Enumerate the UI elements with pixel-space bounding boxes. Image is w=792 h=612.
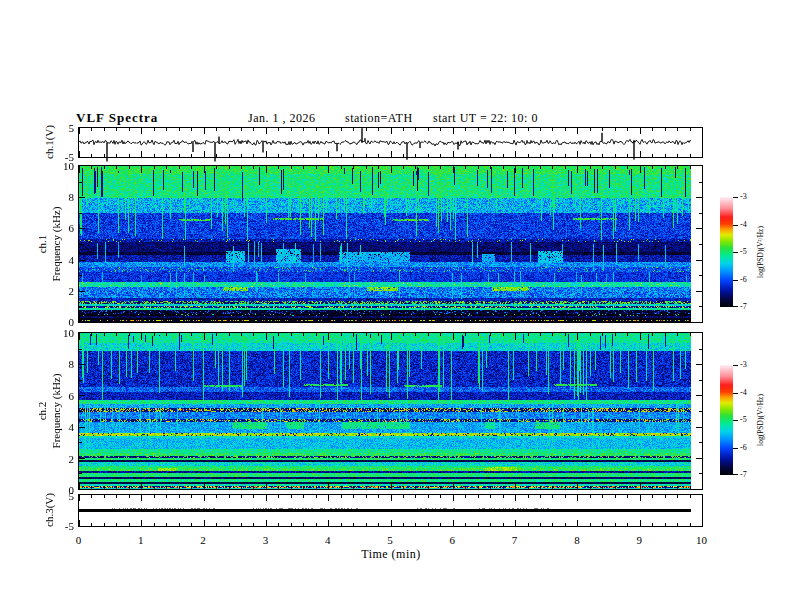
freq-tick-label-ch2: 2 [40,453,74,464]
time-tick-label: 5 [387,535,393,546]
time-tick-label: 8 [574,535,580,546]
ch1-channel-label: ch.1 [36,235,48,254]
colorbar-tick-label: -6 [740,276,747,284]
ch1-waveform-canvas [79,113,702,173]
ch2-frequency-axis-label: Frequency (kHz) [50,374,62,449]
colorbar-tick-label: -6 [740,444,747,452]
volt-tick-label: 5 [40,491,74,502]
colorbar-tick-label: -4 [740,389,747,397]
time-tick-label: 0 [76,535,82,546]
vlf-spectra-plot-page: VLF Spectra Jan. 1 , 2026 station=ATH st… [0,0,792,612]
freq-tick-label-ch2: 4 [40,422,74,433]
time-tick-label: 1 [138,535,144,546]
freq-tick-label-ch1: 6 [40,223,74,234]
freq-tick-label-ch2: 8 [40,359,74,370]
volt-tick-label: -5 [40,152,74,163]
colorbar-tick-label: -7 [740,303,747,311]
freq-tick-label-ch1: 8 [40,192,74,203]
time-tick-label: 2 [200,535,206,546]
colorbar-tick-label: -3 [740,361,747,369]
ch1-frequency-axis-label: Frequency (kHz) [50,207,62,282]
time-tick-label: 10 [696,535,707,546]
volt-tick-label: 5 [40,123,74,134]
volt-tick-label: -5 [40,521,74,532]
freq-tick-label-ch2: 10 [40,328,74,339]
colorbar-ch2-label: log(PSD)(V²/Hz) [756,394,765,446]
colorbar-ch1-label: log(PSD)(V²/Hz) [756,226,765,278]
colorbar-tick-label: -3 [740,193,747,201]
freq-tick-label-ch2: 6 [40,390,74,401]
colorbar-tick-label: -7 [740,471,747,479]
time-tick-label: 3 [263,535,269,546]
colorbar-tick-label: -4 [740,221,747,229]
ch1-spectrogram-canvas [79,166,702,322]
time-tick-label: 9 [636,535,642,546]
ch2-channel-label: ch.2 [36,402,48,421]
ch3-waveform-canvas [79,495,702,526]
freq-tick-label-ch1: 2 [40,285,74,296]
colorbar-tick-label: -5 [740,416,747,424]
time-tick-label: 7 [512,535,518,546]
time-axis-label: Time (min) [361,547,421,562]
ch2-spectrogram-canvas [79,333,702,489]
colorbar-tick-label: -5 [740,248,747,256]
time-tick-label: 4 [325,535,331,546]
freq-tick-label-ch1: 4 [40,254,74,265]
colorbar-ch2 [720,365,740,475]
time-tick-label: 6 [450,535,456,546]
colorbar-ch1 [720,197,740,307]
